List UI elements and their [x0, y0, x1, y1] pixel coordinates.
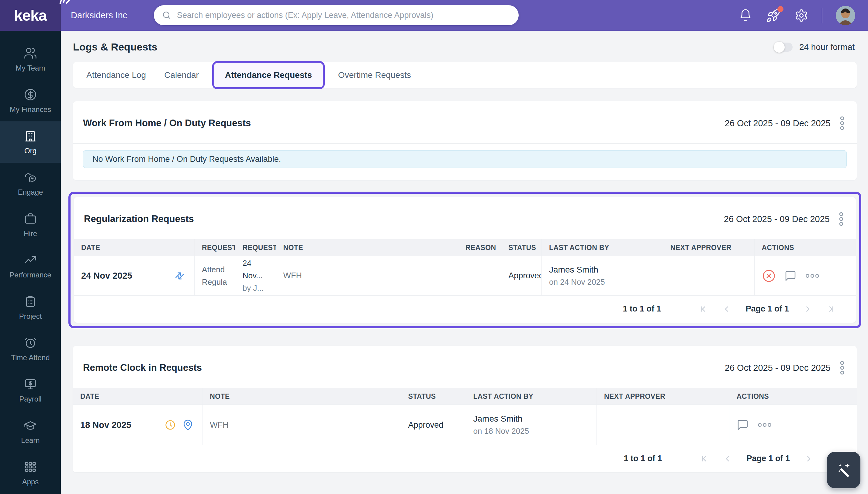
last-action-name: James Smith — [549, 265, 605, 275]
tab-bar: Attendance Log Calendar Attendance Reque… — [73, 62, 857, 88]
col-requested-on: REQUESTED ON — [235, 240, 276, 256]
prev-page-button[interactable] — [723, 454, 732, 463]
keka-logo-text: keka — [14, 7, 46, 24]
sidebar-item-my-finances[interactable]: My Finances — [0, 80, 61, 121]
company-name: Darksiders Inc — [71, 0, 127, 31]
logo-spark-icon — [59, 0, 71, 5]
next-page-button[interactable] — [803, 304, 812, 314]
next-page-icon — [804, 454, 813, 463]
wfh-card-title: Work From Home / On Duty Requests — [83, 118, 251, 129]
tab-attendance-log[interactable]: Attendance Log — [77, 70, 155, 80]
wfh-kebab-menu[interactable] — [840, 116, 845, 131]
requested-on-cell: 24 Nov... by J... — [235, 256, 276, 296]
sidebar-item-my-team[interactable]: My Team — [0, 39, 61, 80]
status-text: Approved — [408, 420, 443, 430]
settings-button[interactable] — [794, 8, 808, 22]
sidebar-item-performance[interactable]: Performance — [0, 246, 61, 287]
app-root: keka Darksiders Inc — [0, 0, 868, 494]
hire-icon — [24, 212, 37, 225]
remote-kebab-menu[interactable] — [840, 360, 845, 375]
avatar-image — [836, 6, 855, 25]
col-next-approver: NEXT APPROVER — [663, 240, 754, 256]
sidebar-item-engage[interactable]: Engage — [0, 163, 61, 204]
comment-icon[interactable] — [784, 270, 796, 282]
performance-icon — [24, 253, 37, 267]
regularization-kebab-menu[interactable] — [839, 212, 844, 226]
sync-swap-icon[interactable] — [174, 270, 186, 282]
kebab-menu-icon — [840, 360, 845, 375]
apps-icon — [24, 460, 37, 474]
col-date: DATE — [74, 240, 194, 256]
sidebar-item-org[interactable]: Org — [0, 121, 61, 163]
wfh-empty-banner: No Work From Home / On Duty Requests Ava… — [83, 150, 847, 168]
status-text: Approved — [508, 271, 541, 281]
sidebar-item-hire[interactable]: Hire — [0, 204, 61, 246]
comment-icon[interactable] — [737, 419, 749, 431]
topbar-divider — [822, 7, 822, 23]
col-date: DATE — [73, 388, 202, 404]
next-approver-cell — [596, 405, 729, 445]
tab-calendar[interactable]: Calendar — [155, 70, 208, 80]
sidebar: My Team My Finances Org Engage Hire Perf… — [0, 31, 61, 494]
notifications-bell-button[interactable] — [738, 8, 752, 22]
remote-table-row: 18 Nov 2025 WFH Approved James Smith on … — [73, 405, 857, 445]
24-hour-format-label: 24 hour format — [799, 42, 855, 52]
reason-cell — [458, 256, 501, 296]
tab-attendance-requests[interactable]: Attendance Requests — [212, 61, 325, 89]
sidebar-item-label: Learn — [21, 436, 40, 445]
last-action-by-cell: James Smith on 24 Nov 2025 — [541, 256, 663, 296]
pagination-range: 1 to 1 of 1 — [624, 454, 662, 463]
location-pin-icon[interactable] — [182, 419, 194, 431]
row-date: 24 Nov 2025 — [81, 271, 132, 281]
wfh-date-range[interactable]: 26 Oct 2025 - 09 Dec 2025 — [725, 118, 831, 128]
date-cell: 18 Nov 2025 — [73, 405, 202, 445]
last-action-by-cell: James Smith on 18 Nov 2025 — [466, 405, 597, 445]
page-title: Logs & Requests — [73, 41, 157, 53]
request-type-line1: Attend — [202, 265, 227, 274]
pagination-range: 1 to 1 of 1 — [623, 304, 661, 314]
24-hour-format-toggle[interactable] — [774, 43, 793, 52]
reject-icon[interactable] — [762, 269, 776, 283]
remote-table-header: DATE NOTE STATUS LAST ACTION BY NEXT APP… — [73, 388, 857, 405]
user-avatar[interactable] — [836, 6, 855, 25]
next-page-button[interactable] — [804, 454, 813, 463]
col-status: STATUS — [401, 388, 466, 404]
sidebar-item-label: Hire — [24, 229, 37, 238]
sidebar-item-label: Time Attend — [11, 354, 50, 362]
col-actions: ACTIONS — [729, 388, 857, 404]
actions-cell — [729, 405, 857, 445]
regularization-date-range[interactable]: 26 Oct 2025 - 09 Dec 2025 — [724, 214, 830, 224]
project-icon — [24, 295, 37, 308]
sidebar-item-apps[interactable]: Apps — [0, 452, 61, 494]
more-options-icon[interactable] — [805, 272, 820, 280]
sidebar-item-project[interactable]: Project — [0, 287, 61, 328]
next-page-icon — [803, 304, 812, 314]
sidebar-item-label: Project — [19, 312, 42, 321]
sidebar-item-time-attend[interactable]: Time Attend — [0, 328, 61, 369]
prev-page-button[interactable] — [722, 304, 731, 314]
pagination-page: Page 1 of 1 — [746, 304, 789, 314]
team-icon — [24, 46, 37, 60]
tab-overtime-requests[interactable]: Overtime Requests — [329, 70, 420, 80]
sidebar-item-payroll[interactable]: Payroll — [0, 369, 61, 411]
kebab-menu-icon — [840, 116, 845, 131]
remote-date-range[interactable]: 26 Oct 2025 - 09 Dec 2025 — [725, 363, 831, 373]
next-approver-cell — [663, 256, 754, 296]
topbar: keka Darksiders Inc — [0, 0, 868, 31]
sidebar-item-label: My Team — [16, 64, 45, 72]
whats-new-button[interactable] — [766, 8, 781, 23]
more-options-icon[interactable] — [757, 421, 772, 429]
first-page-button[interactable] — [699, 304, 708, 314]
global-search[interactable] — [154, 5, 519, 25]
last-page-button[interactable] — [827, 304, 836, 314]
last-action-date: on 24 Nov 2025 — [549, 278, 605, 287]
clock-icon[interactable] — [164, 419, 176, 431]
magic-assistant-button[interactable] — [827, 452, 861, 488]
toggle-knob — [774, 42, 785, 53]
bell-icon — [738, 8, 752, 22]
first-page-button[interactable] — [699, 454, 709, 463]
search-input[interactable] — [177, 11, 496, 20]
pagination-page: Page 1 of 1 — [746, 454, 790, 463]
keka-logo[interactable]: keka — [0, 0, 61, 31]
sidebar-item-learn[interactable]: Learn — [0, 411, 61, 452]
